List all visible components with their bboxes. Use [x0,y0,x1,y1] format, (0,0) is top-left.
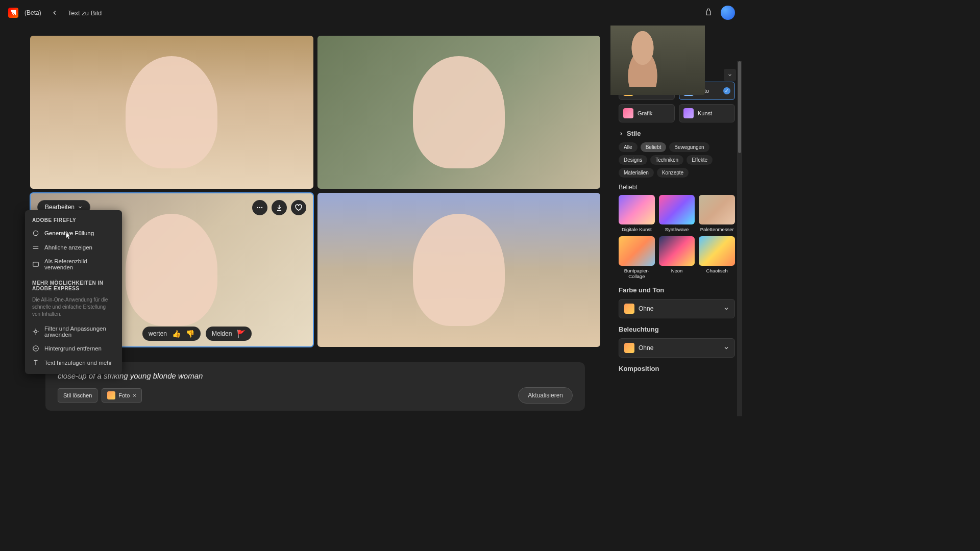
svg-point-5 [35,331,37,333]
chip-thumb-icon [107,391,115,399]
download-button[interactable] [272,200,287,215]
type-thumb-icon [683,108,694,118]
image-icon [32,261,39,268]
edit-button-label: Bearbeiten [45,204,75,211]
filter-tab-konzepte[interactable]: Konzepte [657,168,689,178]
style-card-buntpapier[interactable]: Buntpapier-Collage [619,236,655,279]
flag-icon: 🚩 [237,330,246,338]
style-card-neon[interactable]: Neon [659,236,695,279]
filter-tab-designs[interactable]: Designs [619,155,647,165]
filter-tab-techniken[interactable]: Techniken [650,155,683,165]
notification-icon[interactable] [704,8,713,18]
result-card-2[interactable] [317,36,601,189]
chevron-down-icon [723,306,729,312]
rate-group: werten 👍 👎 [142,327,201,341]
dd-item-generative-fill[interactable]: Generative Füllung [25,226,122,240]
download-icon [276,204,283,211]
svg-point-0 [257,207,258,208]
beliebt-subtitle: Beliebt [619,184,735,191]
dropdown-thumb-icon [624,343,634,353]
svg-point-1 [259,207,260,208]
result-card-1[interactable] [30,36,313,189]
dd-express-desc: Die All-in-One-Anwendung für die schnell… [25,294,122,322]
clear-style-button[interactable]: Stil löschen [58,388,97,403]
dd-item-use-reference[interactable]: Als Referenzbild verwenden [25,255,122,274]
thumbs-up-button[interactable]: 👍 [172,330,181,338]
section-farbe-ton-title: Farbe und Ton [619,286,735,294]
section-komposition-title: Komposition [619,365,735,372]
type-thumb-icon [623,108,633,118]
filter-tab-materialien[interactable]: Materialien [619,168,654,178]
rate-label: werten [149,330,167,337]
farbe-ton-dropdown[interactable]: Ohne [619,299,735,318]
dd-item-show-similar[interactable]: Ähnliche anzeigen [25,240,122,255]
section-beleuchtung-title: Beleuchtung [619,325,735,333]
app-header: (Beta) Text zu Bild [0,0,743,26]
filter-tab-alle[interactable]: Alle [619,142,638,152]
sidebar-collapse-button[interactable] [724,69,736,81]
style-card-synthwave[interactable]: Synthwave [659,195,695,232]
more-icon [256,204,263,211]
filter-tab-bewegungen[interactable]: Bewegungen [669,142,709,152]
user-avatar[interactable] [721,6,735,20]
clear-style-label: Stil löschen [63,392,92,398]
page-title: Text zu Bild [68,9,102,17]
style-card-palette[interactable]: Palettenmesser [699,195,735,232]
chevron-down-icon [78,205,83,210]
farbe-ton-value: Ohne [639,305,653,312]
dd-section-express: MEHR MÖGLICHKEITEN IN ADOBE EXPRESS [25,277,122,294]
sidebar-scrollbar[interactable] [737,61,742,416]
dd-section-firefly: ADOBE FIREFLY [25,214,122,226]
result-card-4[interactable] [317,193,601,347]
chip-foto-label: Foto [118,392,130,398]
style-card-digital[interactable]: Digitale Kunst [619,195,655,232]
favorite-button[interactable] [291,200,306,215]
remove-chip-icon[interactable]: × [133,392,136,398]
report-group[interactable]: Melden 🚩 [206,327,252,341]
check-icon: ✓ [723,87,730,94]
erase-icon [32,345,39,352]
beta-label: (Beta) [24,9,41,16]
update-label: Aktualisieren [528,392,563,399]
similar-icon [32,244,39,251]
chevron-right-icon [619,131,624,136]
report-label: Melden [212,330,232,337]
svg-point-3 [33,231,38,235]
more-options-button[interactable] [252,200,267,215]
webcam-overlay [610,26,705,95]
type-chip-kunst[interactable]: Kunst [679,104,735,122]
dd-item-remove-bg[interactable]: Hintergrund entfernen [25,341,122,356]
beleuchtung-dropdown[interactable]: Ohne [619,338,735,358]
adjust-icon [32,328,39,335]
prompt-input[interactable]: close-up of a striking young blonde woma… [58,371,573,380]
edit-dropdown-menu: ADOBE FIREFLY Generative Füllung Ähnlich… [25,210,122,374]
type-kunst-label: Kunst [698,110,712,116]
dropdown-thumb-icon [624,304,634,314]
svg-point-2 [261,207,262,208]
type-grafik-label: Grafik [638,110,652,116]
sparkle-icon [32,230,39,237]
heart-icon [295,204,302,211]
svg-rect-4 [33,262,39,266]
filter-tab-effekte[interactable]: Effekte [687,155,713,165]
beleuchtung-value: Ohne [639,344,653,352]
dd-item-filters[interactable]: Filter und Anpassungen anwenden [25,322,122,341]
back-button[interactable] [47,6,62,20]
filter-tab-beliebt[interactable]: Beliebt [641,142,667,152]
chevron-down-icon [723,345,729,351]
right-sidebar: Inhaltstyp Ohne Foto ✓ Grafik Kunst [610,26,743,416]
text-icon [32,359,39,366]
update-button[interactable]: Aktualisieren [518,387,573,404]
section-stile-title[interactable]: Stile [619,130,735,137]
style-card-chaotisch[interactable]: Chaotisch [699,236,735,279]
style-chip-foto[interactable]: Foto × [102,388,141,403]
type-chip-grafik[interactable]: Grafik [619,104,675,122]
thumbs-down-button[interactable]: 👎 [186,330,194,338]
prompt-bar: close-up of a striking young blonde woma… [45,362,585,411]
dd-item-add-text[interactable]: Text hinzufügen und mehr [25,356,122,370]
chevron-down-icon [727,72,732,78]
sidebar-scrollbar-thumb[interactable] [738,61,741,153]
adobe-logo-icon [8,8,18,18]
